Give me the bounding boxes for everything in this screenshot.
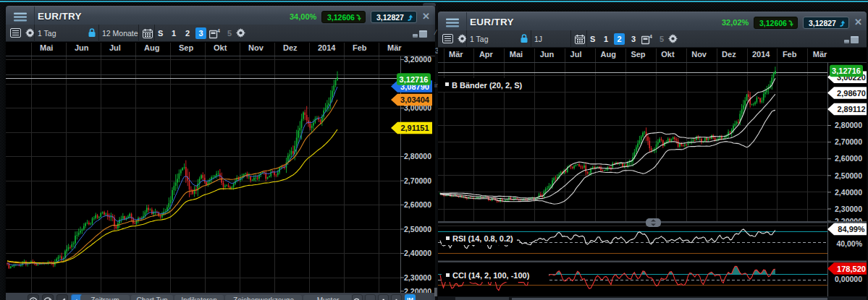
svg-text:Nov: Nov — [248, 43, 264, 52]
svg-text:Mai: Mai — [510, 50, 523, 59]
svg-text:B Bänder (20, 2, S): B Bänder (20, 2, S) — [452, 81, 523, 90]
svg-text:2,50000: 2,50000 — [835, 171, 862, 180]
svg-text:Mai: Mai — [40, 43, 53, 52]
svg-text:2,98670: 2,98670 — [837, 89, 866, 98]
svg-text:Mär: Mär — [449, 50, 463, 59]
svg-text:Jun: Jun — [540, 50, 555, 59]
svg-text:Dez: Dez — [283, 43, 298, 52]
svg-text:Aug: Aug — [601, 50, 616, 59]
svg-text:2,60000: 2,60000 — [404, 200, 431, 209]
svg-text:2,91151: 2,91151 — [400, 124, 429, 132]
svg-text:Apr: Apr — [479, 50, 494, 59]
svg-text:Mär: Mär — [813, 50, 827, 59]
svg-text:Okt: Okt — [214, 43, 227, 52]
svg-text:3,12716: 3,12716 — [832, 67, 861, 75]
svg-text:Jun: Jun — [75, 43, 89, 52]
svg-text:3,03404: 3,03404 — [400, 95, 430, 104]
svg-text:2014: 2014 — [318, 43, 336, 52]
svg-text:2,30000: 2,30000 — [404, 273, 431, 282]
svg-text:2,30000: 2,30000 — [835, 205, 862, 213]
svg-text:3,12716: 3,12716 — [400, 75, 429, 84]
svg-text:4: 4 — [649, 34, 652, 39]
svg-text:Dez: Dez — [722, 50, 736, 59]
svg-text:Sep: Sep — [631, 50, 645, 59]
svg-text:Jul: Jul — [109, 43, 121, 52]
svg-text:0,00000: 0,00000 — [835, 275, 862, 283]
svg-text:40,00%: 40,00% — [836, 239, 862, 248]
svg-text:CCI (14, 2, 100, -100): CCI (14, 2, 100, -100) — [452, 271, 530, 280]
svg-text:2,40000: 2,40000 — [404, 249, 431, 257]
svg-text:2,60000: 2,60000 — [835, 154, 862, 163]
svg-text:3,20000: 3,20000 — [404, 55, 431, 64]
svg-text:Sep: Sep — [179, 43, 193, 52]
svg-text:2,50000: 2,50000 — [404, 225, 431, 233]
svg-text:2,70000: 2,70000 — [835, 137, 862, 146]
svg-text:2,80000: 2,80000 — [835, 121, 862, 129]
svg-text:178,520: 178,520 — [837, 265, 866, 273]
svg-text:Okt: Okt — [661, 50, 675, 59]
svg-text:2,80000: 2,80000 — [404, 152, 431, 160]
svg-text:84,99%: 84,99% — [838, 225, 865, 233]
svg-text:2014: 2014 — [752, 50, 770, 59]
svg-text:RSI (14, 0.8, 0.2): RSI (14, 0.8, 0.2) — [452, 234, 513, 243]
svg-text:2,40000: 2,40000 — [835, 188, 862, 197]
svg-text:Aug: Aug — [144, 43, 159, 52]
svg-text:Mär: Mär — [387, 43, 402, 52]
svg-text:Feb: Feb — [353, 43, 367, 52]
svg-text:Feb: Feb — [783, 50, 797, 59]
svg-text:4: 4 — [217, 28, 220, 33]
svg-text:2,70000: 2,70000 — [404, 176, 431, 185]
svg-text:Nov: Nov — [691, 50, 707, 59]
svg-text:Jul: Jul — [570, 50, 582, 59]
svg-text:2,89112: 2,89112 — [837, 105, 865, 113]
